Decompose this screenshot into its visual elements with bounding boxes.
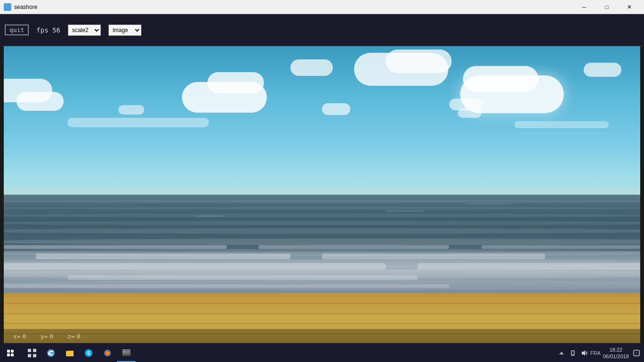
cloud	[290, 59, 333, 76]
z-value: 0	[77, 333, 81, 340]
z-coord: z= 0	[67, 333, 80, 340]
notification-button[interactable]: 1	[633, 349, 640, 357]
system-tray: FRA 18:22 06/01/2018 1	[554, 344, 644, 362]
app-window: quit fps 56 scale2 scale1 scale4 image d…	[0, 0, 644, 344]
cloud	[386, 49, 452, 73]
water-highlight	[466, 203, 513, 205]
speaker-icon[interactable]	[580, 349, 588, 357]
cloud	[67, 118, 209, 127]
taskbar-file-explorer[interactable]	[60, 344, 79, 362]
y-value: 0	[50, 333, 53, 340]
start-button[interactable]	[0, 344, 21, 362]
foam-streak	[258, 245, 449, 249]
seashore-canvas: x= 0 y= 0 z= 0	[4, 46, 640, 343]
water-highlight	[386, 210, 423, 212]
cloud	[463, 66, 538, 92]
svg-rect-14	[123, 351, 125, 353]
taskbar-edge[interactable]	[41, 344, 60, 362]
taskbar-apps: S	[21, 344, 554, 362]
coordinates-bar: x= 0 y= 0 z= 0	[4, 329, 640, 343]
cloud	[207, 72, 264, 93]
svg-rect-1	[33, 349, 36, 352]
svg-rect-2	[28, 354, 31, 357]
toolbar: quit fps 56 scale2 scale1 scale4 image d…	[0, 14, 644, 46]
language-indicator[interactable]: FRA	[592, 349, 599, 357]
cloud	[322, 103, 350, 115]
fps-display: fps 56	[36, 26, 60, 34]
y-coord: y= 0	[40, 333, 53, 340]
clouds-layer	[4, 46, 640, 210]
foam-streak	[36, 254, 290, 259]
water-highlight	[195, 215, 223, 217]
taskbar-task-view[interactable]	[23, 344, 41, 362]
svg-rect-13	[122, 349, 131, 351]
scale-select[interactable]: scale2 scale1 scale4	[68, 25, 101, 36]
svg-rect-15	[125, 351, 130, 353]
close-button[interactable]: ✕	[619, 0, 640, 14]
svg-text:1: 1	[636, 351, 638, 355]
cloud	[118, 105, 144, 115]
svg-rect-3	[33, 354, 36, 357]
wave-line	[4, 214, 640, 217]
cloud	[514, 121, 609, 128]
sand-ripple	[4, 323, 640, 324]
x-value: 0	[23, 333, 26, 340]
taskbar: S	[0, 344, 644, 362]
taskbar-skype[interactable]: S	[79, 344, 98, 362]
wave-line	[4, 207, 640, 209]
maximize-button[interactable]: □	[596, 0, 618, 14]
taskbar-firefox[interactable]	[98, 344, 117, 362]
cloud	[4, 79, 52, 102]
ocean	[4, 195, 640, 299]
clock-time: 18:22	[610, 346, 623, 353]
sand-ripple	[4, 313, 640, 314]
wave-line	[4, 221, 640, 225]
wave-line	[4, 239, 640, 245]
foam-streak	[322, 254, 545, 259]
svg-rect-6	[66, 352, 74, 356]
window-controls: ─ □ ✕	[573, 0, 640, 14]
clock-date: 06/01/2018	[603, 353, 629, 360]
foam-streak	[4, 284, 449, 288]
cloud	[584, 63, 621, 77]
app-icon	[4, 3, 11, 11]
svg-marker-20	[582, 350, 585, 356]
sand-ripple	[4, 303, 640, 304]
svg-marker-17	[559, 352, 564, 354]
z-label: z=	[67, 333, 75, 340]
taskbar-seashore-app[interactable]	[117, 344, 136, 362]
language-label: FRA	[590, 350, 601, 356]
x-coord: x= 0	[13, 333, 26, 340]
windows-logo-icon	[7, 350, 14, 356]
wave-line	[4, 200, 640, 203]
title-bar: seashore ─ □ ✕	[0, 0, 644, 14]
quit-button[interactable]: quit	[5, 25, 29, 35]
svg-point-11	[106, 352, 109, 354]
mode-select[interactable]: image depth normal	[108, 25, 141, 36]
svg-rect-0	[28, 349, 31, 352]
svg-point-19	[572, 354, 573, 355]
network-icon[interactable]	[569, 349, 577, 357]
foam-streak	[418, 263, 641, 270]
foam-streak	[67, 275, 418, 280]
clock[interactable]: 18:22 06/01/2018	[603, 346, 629, 360]
y-label: y=	[40, 333, 48, 340]
wave-line	[4, 228, 640, 234]
window-title: seashore	[14, 4, 37, 10]
svg-rect-16	[123, 353, 130, 354]
foam-streak	[4, 263, 386, 270]
foam-streak	[4, 245, 227, 249]
svg-text:S: S	[87, 351, 91, 356]
cloud	[458, 108, 481, 118]
minimize-button[interactable]: ─	[573, 0, 595, 14]
x-label: x=	[13, 333, 21, 340]
foam-streak	[481, 245, 641, 249]
tray-overflow-button[interactable]	[558, 349, 565, 357]
